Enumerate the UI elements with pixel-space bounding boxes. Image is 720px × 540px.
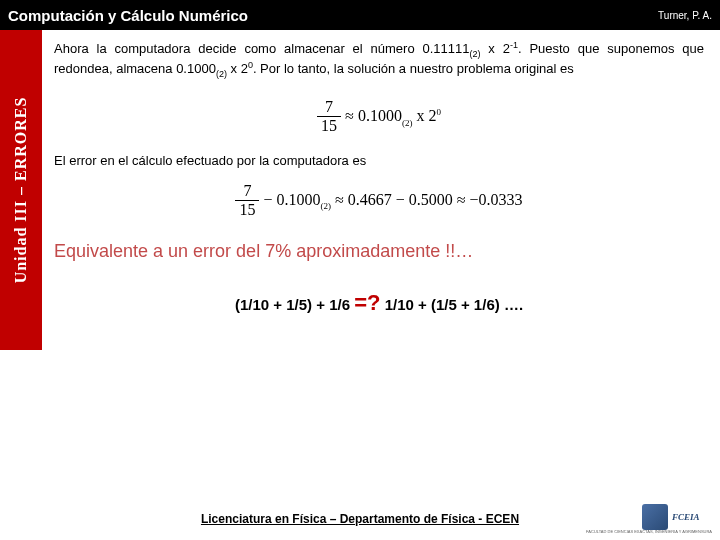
eq1-rhs: ≈ 0.1000(2) x 20 — [345, 107, 441, 128]
superscript: -1 — [510, 40, 518, 50]
equation-1: 7 15 ≈ 0.1000(2) x 20 — [50, 98, 708, 135]
sidebar: Unidad III – ERRORES — [0, 30, 42, 350]
numerator: 7 — [317, 98, 341, 117]
eq2-approx: ≈ 0.4667 − 0.5000 ≈ −0.0333 — [331, 191, 523, 208]
footer-text: Licenciatura en Física – Departamento de… — [0, 512, 720, 526]
numerator: 7 — [235, 182, 259, 201]
denominator: 15 — [317, 117, 341, 135]
equation-question: (1/10 + 1/5) + 1/6 =? 1/10 + (1/5 + 1/6)… — [50, 290, 708, 316]
intro-text-5: . Por lo tanto, la solución a nuestro pr… — [253, 62, 574, 77]
subscript: (2) — [469, 49, 480, 59]
superscript: 0 — [436, 107, 441, 117]
highlight-conclusion: Equivalente a un error del 7% aproximada… — [54, 241, 708, 262]
slide-content: Ahora la computadora decide como almacen… — [50, 40, 708, 316]
sidebar-label: Unidad III – ERRORES — [12, 97, 30, 284]
eq1-text-b: x 2 — [412, 107, 436, 124]
fraction: 7 15 — [235, 182, 259, 219]
eq2-minus: − 0.1000 — [263, 191, 320, 208]
intro-text-4: x 2 — [227, 62, 248, 77]
header-bar: Computación y Cálculo Numérico Turner, P… — [0, 0, 720, 30]
institution-logo: FCEIA FACULTAD DE CIENCIAS EXACTAS, INGE… — [642, 502, 712, 532]
author-name: Turner, P. A. — [658, 10, 712, 21]
logo-mark-icon — [642, 504, 668, 530]
subscript: (2) — [402, 117, 413, 127]
question-mark: =? — [354, 290, 380, 315]
intro-paragraph: Ahora la computadora decide como almacen… — [50, 40, 708, 80]
page-title: Computación y Cálculo Numérico — [8, 7, 248, 24]
error-paragraph: El error en el cálculo efectuado por la … — [54, 153, 708, 168]
intro-text-2: x 2 — [480, 41, 509, 56]
logo-subtitle: FACULTAD DE CIENCIAS EXACTAS, INGENIERÍA… — [586, 529, 712, 534]
logo-text: FCEIA — [672, 512, 700, 522]
question-right: 1/10 + (1/5 + 1/6) …. — [380, 296, 523, 313]
eq1-text-a: ≈ 0.1000 — [345, 107, 402, 124]
intro-text-1: Ahora la computadora decide como almacen… — [54, 41, 469, 56]
subscript: (2) — [216, 69, 227, 79]
denominator: 15 — [235, 201, 259, 219]
equation-2: 7 15 − 0.1000(2) ≈ 0.4667 − 0.5000 ≈ −0.… — [50, 182, 708, 219]
eq2-rhs: − 0.1000(2) ≈ 0.4667 − 0.5000 ≈ −0.0333 — [263, 191, 522, 211]
question-left: (1/10 + 1/5) + 1/6 — [235, 296, 354, 313]
fraction: 7 15 — [317, 98, 341, 135]
subscript: (2) — [320, 201, 331, 211]
